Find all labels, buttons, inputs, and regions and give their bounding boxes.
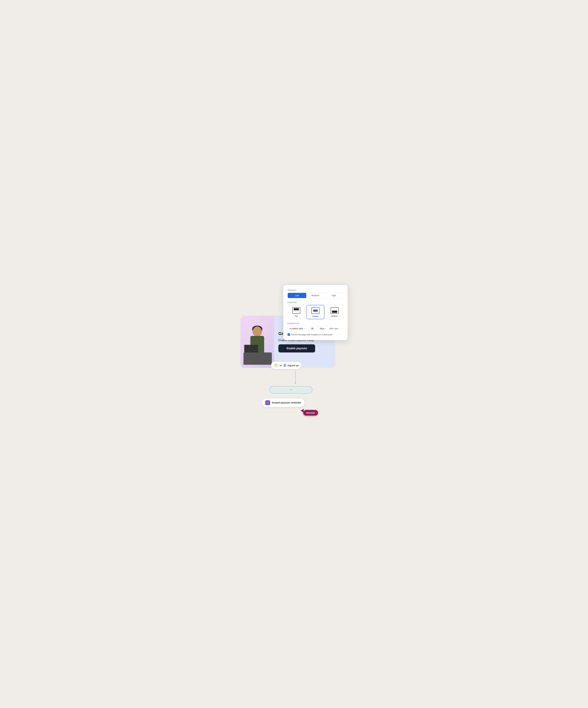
position-bottom-icon xyxy=(331,307,339,314)
user-icon-wrap: 👤 Signed up xyxy=(283,364,299,367)
date-type-value: A relative date xyxy=(289,327,303,330)
position-bottom-label: Bottom xyxy=(331,315,338,317)
step-label: Instant payouts reminder xyxy=(272,401,301,404)
persist-row[interactable]: Persist message until it expires or is d… xyxy=(287,333,343,336)
priority-group: Low Medium High xyxy=(287,293,343,298)
scene-container: PRIORITY Low Medium High POSITION Top Ce… xyxy=(240,285,348,423)
position-top-card[interactable]: Top xyxy=(287,305,305,319)
position-center-card[interactable]: Center xyxy=(307,305,324,319)
date-type-select[interactable]: A relative date ▾ xyxy=(287,326,307,331)
enable-payouts-button[interactable]: Enable payouts xyxy=(278,344,315,352)
position-group: Top Center Bottom xyxy=(287,305,343,319)
position-center-label: Center xyxy=(312,315,318,317)
promo-image xyxy=(240,316,274,368)
trigger-event-label: Signed up xyxy=(287,364,299,367)
position-top-icon xyxy=(292,307,300,314)
priority-label: PRIORITY xyxy=(287,289,343,291)
trigger-pill[interactable]: ⚡ in 👤 Signed up xyxy=(271,362,301,369)
connector-line xyxy=(295,371,296,383)
add-step-pill[interactable]: + xyxy=(270,386,312,393)
person-head xyxy=(253,326,262,336)
expiration-number-input[interactable] xyxy=(308,326,317,331)
expiration-after-text: after sent xyxy=(329,327,338,330)
settings-panel: PRIORITY Low Medium High POSITION Top Ce… xyxy=(283,285,348,340)
date-type-chevron: ▾ xyxy=(304,328,305,329)
expiration-unit-select[interactable]: days ▾ xyxy=(318,326,328,331)
position-top-label: Top xyxy=(295,315,298,317)
position-center-rect xyxy=(313,309,318,312)
lightning-icon: ⚡ xyxy=(274,363,278,367)
position-bottom-rect xyxy=(332,311,337,313)
person-figure xyxy=(242,325,273,368)
priority-high-button[interactable]: High xyxy=(324,293,343,298)
persist-checkbox[interactable] xyxy=(287,333,290,336)
expiration-unit-chevron: ▾ xyxy=(325,328,326,329)
position-bottom-card[interactable]: Bottom xyxy=(326,305,343,319)
step-icon: ≡ xyxy=(265,400,270,405)
expiration-label: EXPIRATION xyxy=(287,323,343,324)
laptop-base xyxy=(244,352,272,365)
position-center-icon xyxy=(311,307,319,314)
persist-label: Persist message until it expires or is d… xyxy=(291,333,333,336)
position-label: POSITION xyxy=(287,302,343,303)
priority-medium-button[interactable]: Medium xyxy=(306,293,325,298)
expiration-row: A relative date ▾ days ▾ after sent xyxy=(287,326,343,331)
step-pill[interactable]: ≡ Instant payouts reminder xyxy=(262,399,305,407)
priority-low-button[interactable]: Low xyxy=(288,293,306,298)
position-top-rect xyxy=(294,308,299,310)
trigger-in-text: in xyxy=(280,364,282,367)
add-step-icon: + xyxy=(290,388,292,392)
connector-arrow xyxy=(295,383,296,384)
expiration-unit-value: days xyxy=(320,327,324,330)
gerome-badge: Gerome xyxy=(303,410,318,416)
user-circle-icon: 👤 xyxy=(283,364,286,367)
